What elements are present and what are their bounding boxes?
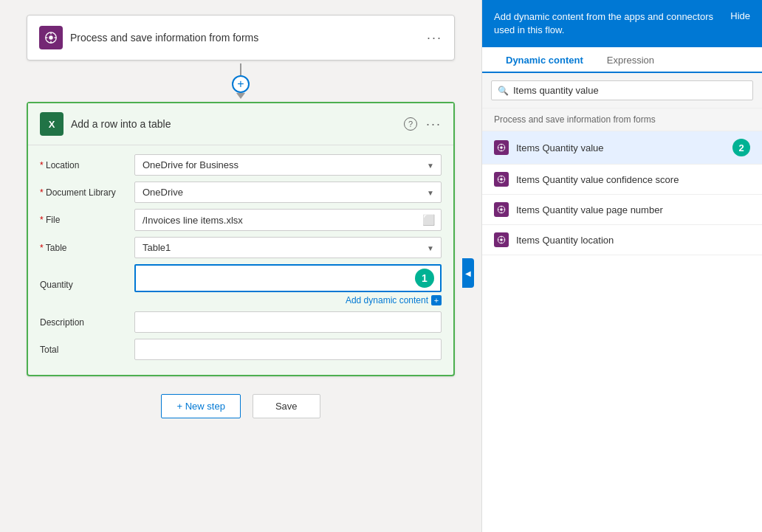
dynamic-item-label-1: Items Quantity value bbox=[516, 142, 725, 153]
dynamic-item-quantity-value[interactable]: Items Quantity value 2 bbox=[482, 131, 762, 165]
trigger-more-options[interactable]: ··· bbox=[427, 30, 442, 46]
action-card-body: * Location OneDrive for Business ▼ * Doc… bbox=[28, 145, 453, 375]
svg-point-1 bbox=[49, 35, 52, 39]
add-dynamic-content-link[interactable]: Add dynamic content bbox=[346, 295, 428, 305]
dynamic-item-label-3: Items Quantity value page number bbox=[516, 204, 750, 215]
trigger-title: Process and save information from forms bbox=[70, 32, 258, 44]
dynamic-search-input[interactable] bbox=[513, 85, 746, 96]
total-input[interactable] bbox=[134, 339, 442, 360]
quantity-input[interactable] bbox=[142, 273, 411, 284]
dynamic-item-location[interactable]: Items Quantity location bbox=[482, 225, 762, 255]
dynamic-panel-header-text: Add dynamic content from the apps and co… bbox=[494, 10, 730, 37]
location-select[interactable]: OneDrive for Business bbox=[134, 154, 442, 176]
dynamic-content-panel: Add dynamic content from the apps and co… bbox=[481, 0, 762, 532]
file-input[interactable] bbox=[135, 210, 416, 230]
quantity-input-container: 1 Add dynamic content + bbox=[134, 264, 442, 305]
table-label: * Table bbox=[40, 243, 128, 253]
flow-connector: + bbox=[232, 63, 250, 99]
item-badge-2: 2 bbox=[732, 139, 750, 156]
svg-point-19 bbox=[500, 209, 503, 212]
total-label: Total bbox=[40, 345, 128, 355]
dynamic-panel-header: Add dynamic content from the apps and co… bbox=[482, 0, 762, 47]
search-box: 🔍 bbox=[491, 80, 753, 100]
quantity-step-badge: 1 bbox=[415, 269, 434, 288]
document-library-select[interactable]: OneDrive bbox=[134, 182, 442, 203]
section-header: Process and save information from forms bbox=[482, 108, 762, 131]
connector-arrow bbox=[236, 93, 245, 99]
svg-point-25 bbox=[500, 239, 503, 242]
location-row: * Location OneDrive for Business ▼ bbox=[40, 154, 442, 176]
excel-icon: X bbox=[40, 112, 64, 136]
quantity-row: Quantity 1 Add dynamic content + bbox=[40, 264, 442, 305]
action-more-options[interactable]: ··· bbox=[426, 117, 442, 132]
quantity-label: Quantity bbox=[40, 280, 128, 290]
bottom-actions: + New step Save bbox=[161, 394, 320, 418]
dynamic-item-page-number[interactable]: Items Quantity value page number bbox=[482, 195, 762, 225]
file-label: * File bbox=[40, 215, 128, 225]
new-step-button[interactable]: + New step bbox=[161, 394, 240, 418]
dynamic-content-link: Add dynamic content + bbox=[134, 295, 442, 305]
action-card-title: Add a row into a table bbox=[71, 118, 171, 130]
action-card: X Add a row into a table ? ··· * Locatio… bbox=[27, 102, 455, 376]
search-icon: 🔍 bbox=[498, 86, 509, 96]
dynamic-item-icon-1 bbox=[494, 140, 509, 155]
action-header-icons: ? ··· bbox=[404, 117, 442, 132]
description-label: Description bbox=[40, 317, 128, 328]
search-box-wrapper: 🔍 bbox=[482, 73, 762, 108]
dynamic-plus-icon[interactable]: + bbox=[431, 295, 442, 305]
table-select[interactable]: Table1 bbox=[134, 237, 442, 258]
hide-panel-button[interactable]: Hide bbox=[730, 10, 750, 21]
table-row-field: * Table Table1 ▼ bbox=[40, 237, 442, 258]
panel-collapse-arrow[interactable]: ◀ bbox=[462, 258, 474, 288]
description-input-container bbox=[134, 311, 442, 333]
file-input-wrapper: ⬜ bbox=[134, 209, 442, 231]
trigger-icon bbox=[39, 26, 63, 49]
connector-line bbox=[240, 63, 241, 75]
plus-icon: + bbox=[237, 77, 244, 91]
description-row: Description bbox=[40, 311, 442, 333]
svg-point-13 bbox=[500, 179, 503, 182]
file-input-container: ⬜ bbox=[134, 209, 442, 231]
dynamic-item-label-4: Items Quantity location bbox=[516, 235, 750, 246]
dynamic-tabs: Dynamic content Expression bbox=[482, 47, 762, 73]
dynamic-item-icon-3 bbox=[494, 202, 509, 217]
help-icon[interactable]: ? bbox=[404, 117, 417, 131]
document-library-label: * Document Library bbox=[40, 187, 128, 198]
action-card-header: X Add a row into a table ? ··· bbox=[28, 103, 453, 145]
document-library-input-container: OneDrive ▼ bbox=[134, 182, 442, 203]
svg-point-7 bbox=[500, 147, 503, 150]
tab-expression[interactable]: Expression bbox=[595, 47, 666, 73]
document-library-row: * Document Library OneDrive ▼ bbox=[40, 182, 442, 203]
file-browse-icon[interactable]: ⬜ bbox=[416, 210, 441, 230]
tab-dynamic-content[interactable]: Dynamic content bbox=[494, 47, 595, 73]
location-input-container: OneDrive for Business ▼ bbox=[134, 154, 442, 176]
description-input[interactable] bbox=[134, 311, 442, 333]
total-row: Total bbox=[40, 339, 442, 360]
dynamic-item-icon-4 bbox=[494, 232, 509, 247]
location-label: * Location bbox=[40, 160, 128, 170]
file-row: * File ⬜ bbox=[40, 209, 442, 231]
dynamic-item-icon-2 bbox=[494, 172, 509, 187]
dynamic-item-confidence-score[interactable]: Items Quantity value confidence score bbox=[482, 165, 762, 195]
dynamic-item-label-2: Items Quantity value confidence score bbox=[516, 174, 750, 185]
total-input-container bbox=[134, 339, 442, 360]
table-input-container: Table1 ▼ bbox=[134, 237, 442, 258]
add-step-button[interactable]: + bbox=[232, 75, 250, 93]
save-button[interactable]: Save bbox=[253, 394, 320, 418]
trigger-card: Process and save information from forms … bbox=[27, 15, 455, 61]
